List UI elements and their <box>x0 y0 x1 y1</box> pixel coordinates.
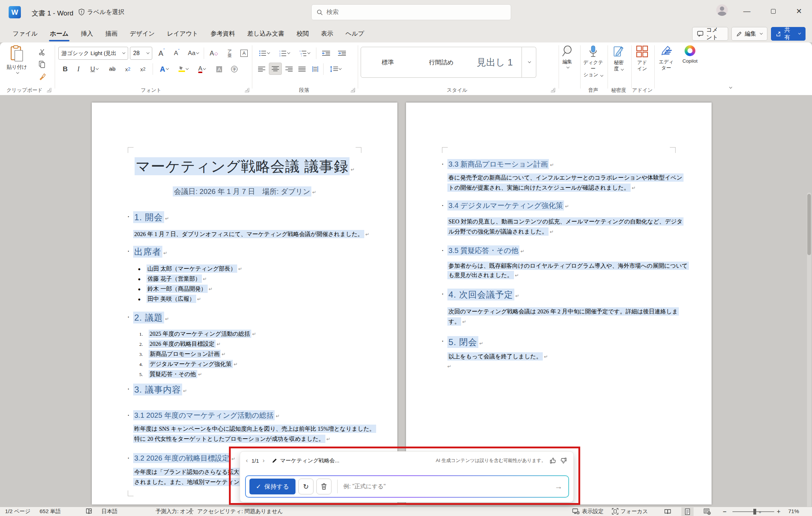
heading-5[interactable]: 5. 閉会↵ <box>447 336 483 348</box>
distribute-text-button[interactable] <box>309 63 322 75</box>
style-no-spacing[interactable]: 行間詰め <box>415 58 468 67</box>
paste-button[interactable]: 貼り付け <box>6 45 27 85</box>
cut-button[interactable] <box>35 47 49 58</box>
character-shading-button[interactable]: A <box>212 63 226 75</box>
tab-review[interactable]: 校閲 <box>290 25 315 42</box>
zoom-slider-thumb[interactable] <box>753 509 756 515</box>
document-canvas[interactable]: マーケティング戦略会議 議事録↵ 会議日: 2026 年 1 月 7 日 場所:… <box>0 95 812 507</box>
attendee-item[interactable]: ●佐藤 花子（営業部）↵ <box>138 275 207 283</box>
search-input[interactable] <box>326 9 506 16</box>
word-count[interactable]: 652 単語 <box>40 508 61 515</box>
clear-formatting-button[interactable]: A◇ <box>207 47 221 59</box>
search-box[interactable] <box>311 4 511 20</box>
paragraph-4-line2[interactable]: す。↵ <box>447 318 466 326</box>
web-layout-button[interactable] <box>701 507 713 516</box>
heading-opening[interactable]: 1. 開会↵ <box>133 212 169 223</box>
paragraph-3-3-line2[interactable]: トの開催が提案され、実施に向けたスケジュールが確認されました。↵ <box>447 184 636 192</box>
empty-paragraph[interactable]: ↵ <box>447 363 451 370</box>
heading-3-2[interactable]: 3.2 2026 年度の戦略目標設定↵ <box>133 453 235 463</box>
styles-gallery-more-button[interactable] <box>522 47 536 78</box>
styles-dialog-launcher[interactable] <box>551 88 555 92</box>
heading-4[interactable]: 4. 次回会議予定↵ <box>447 289 519 300</box>
justify-button[interactable] <box>296 63 308 75</box>
zoom-out-button[interactable]: − <box>723 508 727 516</box>
style-heading1[interactable]: 見出し 1 <box>468 56 522 69</box>
account-avatar[interactable] <box>716 4 728 16</box>
bullet-list-button[interactable] <box>256 47 273 59</box>
text-effects-button[interactable]: A <box>155 63 173 75</box>
sensitivity-button[interactable]: 秘密度 <box>608 45 629 85</box>
editing-find-button[interactable]: 編集 <box>557 45 577 85</box>
focus-mode-button[interactable]: フォーカス <box>621 508 648 515</box>
dictation-button[interactable]: ディクテーション <box>582 45 605 85</box>
scrollbar-thumb[interactable] <box>807 194 811 255</box>
heading-3-1[interactable]: 3.1 2025 年度のマーケティング活動の総括↵ <box>133 411 280 420</box>
doc-title-line[interactable]: マーケティング戦略会議 議事録↵ <box>92 157 397 176</box>
proofing-status-icon[interactable] <box>86 508 92 515</box>
tab-design[interactable]: デザイン <box>123 25 161 42</box>
tab-layout[interactable]: レイアウト <box>161 25 204 42</box>
comments-button[interactable]: コメント <box>692 27 728 41</box>
paragraph-3-3-line1[interactable]: 春に発売予定の新商品について、インフルエンサーとのコラボレーションや体験型イベン <box>447 174 684 182</box>
editor-button[interactable]: エディター <box>656 45 677 85</box>
underline-button[interactable]: U <box>86 63 103 75</box>
tab-help[interactable]: ヘルプ <box>339 25 370 42</box>
align-center-button[interactable] <box>269 63 282 75</box>
paragraph-5[interactable]: 以上をもって会議を終了しました。↵ <box>447 353 548 361</box>
agenda-item[interactable]: 5.質疑応答・その他↵ <box>139 371 202 378</box>
font-name-combo[interactable]: 游ゴシック Light (見出 <box>58 47 128 60</box>
collapse-ribbon-button[interactable] <box>724 83 736 92</box>
copilot-button[interactable]: Copilot <box>678 45 702 85</box>
heading-3-5[interactable]: 3.5 質疑応答・その他↵ <box>447 246 524 255</box>
attendee-item[interactable]: ●鈴木 一郎（商品開発）↵ <box>138 285 213 293</box>
agenda-item[interactable]: 2.2026 年度の戦略目標設定↵ <box>139 340 221 348</box>
heading-3-4[interactable]: 3.4 デジタルマーケティング強化策↵ <box>447 201 569 211</box>
paragraph-dialog-launcher[interactable] <box>351 88 355 92</box>
shrink-font-button[interactable]: Aˇ <box>170 47 184 59</box>
paragraph-opening[interactable]: 2026 年 1 月 7 日、ダブリンオフィスにて、マーケティング戦略会議が開催… <box>133 231 369 238</box>
agenda-item[interactable]: 1.2025 年度のマーケティング活動の総括↵ <box>139 330 256 338</box>
multilevel-list-button[interactable]: 1ai <box>296 47 313 59</box>
copy-button[interactable] <box>35 59 49 70</box>
paragraph-3-1-line1[interactable]: 昨年度は SNS キャンペーンを中心に認知度向上を図り、売上は前年比 15%増と… <box>133 425 376 433</box>
minimize-button[interactable]: — <box>740 5 754 17</box>
attendee-item[interactable]: ●田中 美咲（広報）↵ <box>138 295 201 303</box>
increase-indent-button[interactable] <box>335 47 349 59</box>
accessibility-status[interactable]: アクセシビリティ: 問題ありません <box>197 508 283 515</box>
highlight-color-button[interactable] <box>175 63 191 75</box>
font-color-button[interactable]: A <box>194 63 210 75</box>
addins-button[interactable]: アドイン <box>632 45 652 85</box>
paragraph-3-5-line2[interactable]: も意見が出されました。↵ <box>447 272 519 279</box>
grow-font-button[interactable]: Aˆ <box>155 47 168 59</box>
heading-agenda[interactable]: 2. 議題↵ <box>133 312 169 323</box>
tab-draw[interactable]: 描画 <box>99 25 123 42</box>
zoom-percentage[interactable]: 71% <box>788 508 799 514</box>
decrease-indent-button[interactable] <box>319 47 333 59</box>
style-normal[interactable]: 標準 <box>361 58 415 67</box>
read-mode-button[interactable] <box>662 507 674 516</box>
sensitivity-label-button[interactable]: ラベルを選択 <box>78 8 125 16</box>
subscript-button[interactable]: x2 <box>121 63 135 75</box>
paragraph-3-1-line2[interactable]: 特に 20 代女性をターゲットとしたプロモーションが成功を収めました。↵ <box>133 435 330 443</box>
line-spacing-button[interactable] <box>326 63 345 75</box>
word-app-icon[interactable]: W <box>9 6 21 18</box>
heading-3-3[interactable]: 3.3 新商品プロモーション計画↵ <box>447 159 554 169</box>
font-dialog-launcher[interactable] <box>245 88 249 92</box>
agenda-item[interactable]: 4.デジタルマーケティング強化策↵ <box>139 361 238 368</box>
clipboard-dialog-launcher[interactable] <box>47 88 51 92</box>
tab-insert[interactable]: 挿入 <box>75 25 99 42</box>
maximize-button[interactable] <box>766 5 780 17</box>
paragraph-4-line1[interactable]: 次回のマーケティング戦略会議は 2026 年 2 月中旬に開催予定です。詳細は後… <box>447 308 679 316</box>
paragraph-3-4-line2[interactable]: ル分野での強化策が議論されました。↵ <box>447 228 554 236</box>
format-painter-button[interactable] <box>35 71 49 82</box>
document-page-2[interactable]: ▪ 3.3 新商品プロモーション計画↵ 春に発売予定の新商品について、インフルエ… <box>406 103 712 504</box>
heading-attendees[interactable]: 出席者↵ <box>133 246 167 258</box>
paragraph-3-5-line1[interactable]: 参加者からは、既存顧客向けのロイヤルティプログラム導入や、海外市場への展開につい… <box>447 262 689 270</box>
tab-file[interactable]: ファイル <box>6 25 44 42</box>
tab-home[interactable]: ホーム <box>44 25 75 42</box>
strikethrough-button[interactable]: ab <box>105 63 119 75</box>
bold-button[interactable]: B <box>59 63 71 75</box>
italic-button[interactable]: I <box>73 63 84 75</box>
zoom-in-button[interactable]: + <box>777 508 781 516</box>
tab-view[interactable]: 表示 <box>315 25 339 42</box>
